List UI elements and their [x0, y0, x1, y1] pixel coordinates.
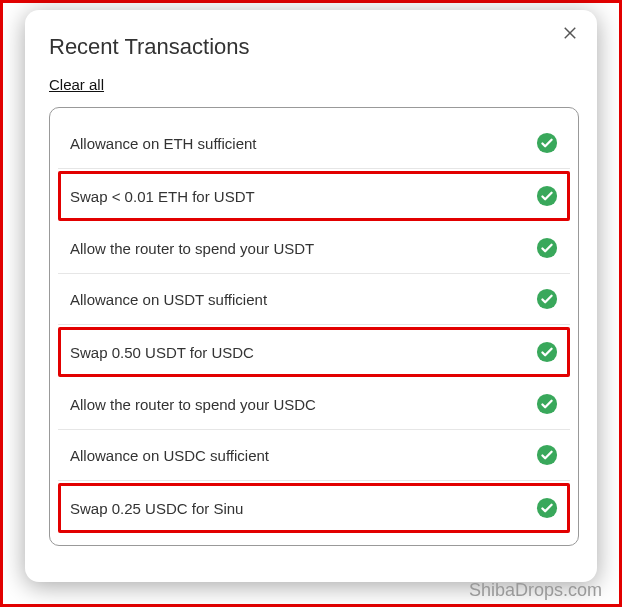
check-circle-icon: [536, 185, 558, 207]
transaction-label: Allowance on USDT sufficient: [70, 291, 267, 308]
table-row[interactable]: Allow the router to spend your USDC: [58, 379, 570, 430]
table-row[interactable]: Allowance on USDT sufficient: [58, 274, 570, 325]
watermark-text: ShibaDrops.com: [469, 580, 602, 601]
check-circle-icon: [536, 393, 558, 415]
check-circle-icon: [536, 444, 558, 466]
transaction-label: Allowance on ETH sufficient: [70, 135, 256, 152]
transaction-label: Swap 0.50 USDT for USDC: [70, 344, 254, 361]
table-row[interactable]: Swap 0.50 USDT for USDC: [58, 327, 570, 377]
transactions-list: Allowance on ETH sufficient Swap < 0.01 …: [49, 107, 579, 546]
table-row[interactable]: Swap 0.25 USDC for Sinu: [58, 483, 570, 533]
transaction-label: Allow the router to spend your USDT: [70, 240, 314, 257]
check-circle-icon: [536, 288, 558, 310]
table-row[interactable]: Allow the router to spend your USDT: [58, 223, 570, 274]
check-circle-icon: [536, 132, 558, 154]
transaction-label: Allow the router to spend your USDC: [70, 396, 316, 413]
modal-title: Recent Transactions: [49, 34, 579, 60]
clear-all-link[interactable]: Clear all: [49, 76, 104, 93]
table-row[interactable]: Allowance on ETH sufficient: [58, 118, 570, 169]
check-circle-icon: [536, 341, 558, 363]
recent-transactions-modal: Recent Transactions Clear all Allowance …: [25, 10, 597, 582]
check-circle-icon: [536, 497, 558, 519]
close-icon[interactable]: [561, 24, 579, 42]
check-circle-icon: [536, 237, 558, 259]
transaction-label: Allowance on USDC sufficient: [70, 447, 269, 464]
transaction-label: Swap 0.25 USDC for Sinu: [70, 500, 243, 517]
table-row[interactable]: Swap < 0.01 ETH for USDT: [58, 171, 570, 221]
table-row[interactable]: Allowance on USDC sufficient: [58, 430, 570, 481]
transaction-label: Swap < 0.01 ETH for USDT: [70, 188, 255, 205]
